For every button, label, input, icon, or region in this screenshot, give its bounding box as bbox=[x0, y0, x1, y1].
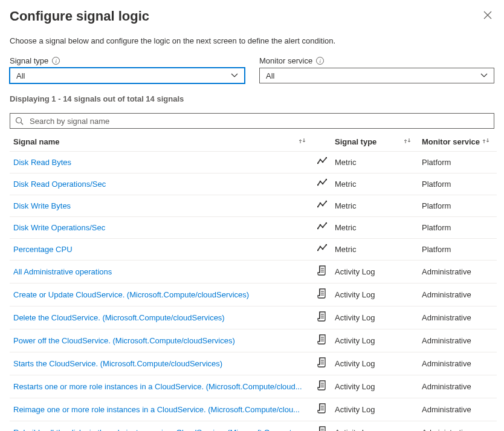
svg-point-8 bbox=[322, 183, 324, 185]
svg-point-15 bbox=[320, 224, 321, 226]
metric-icon bbox=[317, 200, 327, 210]
col-signal-type-sort[interactable] bbox=[400, 132, 418, 152]
activity-log-icon bbox=[317, 265, 327, 276]
monitor-service-cell: Platform bbox=[418, 217, 497, 239]
signal-link[interactable]: Percentage CPU bbox=[13, 245, 73, 254]
monitor-service-cell: Administrative bbox=[418, 284, 497, 306]
table-row: Create or Update CloudService. (Microsof… bbox=[10, 284, 497, 306]
page-title: Configure signal logic bbox=[10, 8, 149, 24]
signal-type-select[interactable]: All bbox=[10, 68, 245, 83]
svg-point-7 bbox=[320, 181, 321, 183]
svg-point-12 bbox=[322, 205, 324, 207]
svg-point-0 bbox=[16, 118, 22, 123]
monitor-service-cell: Administrative bbox=[418, 375, 497, 398]
metric-icon bbox=[317, 222, 327, 232]
svg-point-3 bbox=[320, 159, 321, 161]
metric-icon bbox=[317, 244, 327, 253]
signal-type-value: All bbox=[16, 71, 25, 80]
sort-icon bbox=[404, 137, 411, 144]
monitor-service-label: Monitor service bbox=[259, 56, 312, 65]
activity-log-icon bbox=[317, 311, 327, 322]
monitor-service-select[interactable]: All bbox=[259, 68, 494, 83]
signal-link[interactable]: Starts the CloudService. (Microsoft.Comp… bbox=[13, 359, 222, 368]
metric-icon bbox=[317, 178, 327, 188]
monitor-service-cell: Platform bbox=[418, 195, 497, 217]
search-input[interactable] bbox=[28, 116, 489, 126]
close-button[interactable] bbox=[481, 8, 494, 24]
monitor-service-cell: Platform bbox=[418, 173, 497, 195]
col-signal-name-sort[interactable] bbox=[295, 132, 313, 152]
chevron-down-icon bbox=[231, 73, 238, 78]
col-monitor-service-sort[interactable] bbox=[479, 132, 497, 152]
table-row: All Administrative operationsActivity Lo… bbox=[10, 261, 497, 284]
svg-point-11 bbox=[320, 203, 321, 204]
activity-log-icon bbox=[317, 403, 327, 414]
table-row: Percentage CPUMetricPlatform bbox=[10, 239, 497, 261]
signal-type-cell: Activity Log bbox=[331, 421, 418, 432]
table-row: Disk Write Operations/SecMetricPlatform bbox=[10, 217, 497, 239]
signal-link[interactable]: Disk Write Bytes bbox=[13, 201, 71, 210]
signal-type-cell: Activity Log bbox=[331, 375, 418, 398]
table-row: Starts the CloudService. (Microsoft.Comp… bbox=[10, 352, 497, 375]
sort-icon bbox=[299, 137, 306, 144]
signal-link[interactable]: Restarts one or more role instances in a… bbox=[13, 382, 302, 391]
table-row: Restarts one or more role instances in a… bbox=[10, 375, 497, 398]
info-icon[interactable]: i bbox=[52, 57, 60, 65]
table-row: Disk Read BytesMetricPlatform bbox=[10, 152, 497, 173]
signal-type-cell: Activity Log bbox=[331, 284, 418, 306]
signal-type-cell: Activity Log bbox=[331, 306, 418, 329]
activity-log-icon bbox=[317, 334, 327, 345]
signal-link[interactable]: Reimage one or more role instances in a … bbox=[13, 405, 300, 414]
signal-type-label: Signal type bbox=[10, 56, 48, 65]
search-icon bbox=[15, 117, 24, 125]
signal-type-cell: Activity Log bbox=[331, 261, 418, 284]
activity-log-icon bbox=[317, 357, 327, 368]
table-row: Disk Write BytesMetricPlatform bbox=[10, 195, 497, 217]
signal-type-cell: Metric bbox=[331, 173, 418, 195]
svg-line-1 bbox=[21, 123, 24, 125]
signal-link[interactable]: Rebuilds all the disks in the role insta… bbox=[13, 428, 302, 431]
signal-link[interactable]: Disk Read Bytes bbox=[13, 158, 71, 167]
table-row: Rebuilds all the disks in the role insta… bbox=[10, 421, 497, 432]
signal-type-cell: Metric bbox=[331, 152, 418, 173]
signal-link[interactable]: Disk Write Operations/Sec bbox=[13, 223, 105, 232]
signal-link[interactable]: Create or Update CloudService. (Microsof… bbox=[13, 290, 249, 299]
signal-link[interactable]: Power off the CloudService. (Microsoft.C… bbox=[13, 336, 235, 345]
signal-type-cell: Activity Log bbox=[331, 329, 418, 352]
monitor-service-cell: Administrative bbox=[418, 421, 497, 432]
monitor-service-cell: Administrative bbox=[418, 398, 497, 421]
monitor-service-cell: Administrative bbox=[418, 352, 497, 375]
info-icon[interactable]: i bbox=[316, 57, 324, 65]
activity-log-icon bbox=[317, 288, 327, 299]
monitor-service-cell: Administrative bbox=[418, 329, 497, 352]
svg-point-20 bbox=[322, 248, 324, 250]
col-signal-name[interactable]: Signal name bbox=[10, 132, 295, 152]
signal-link[interactable]: Delete the CloudService. (Microsoft.Comp… bbox=[13, 313, 225, 322]
signal-link[interactable]: Disk Read Operations/Sec bbox=[13, 180, 106, 189]
chevron-down-icon bbox=[480, 73, 488, 78]
monitor-service-cell: Administrative bbox=[418, 306, 497, 329]
monitor-service-cell: Administrative bbox=[418, 261, 497, 284]
signal-link[interactable]: All Administrative operations bbox=[13, 267, 112, 276]
result-count: Displaying 1 - 14 signals out of total 1… bbox=[10, 94, 494, 103]
activity-log-icon bbox=[317, 426, 327, 431]
signal-type-cell: Metric bbox=[331, 239, 418, 261]
svg-point-4 bbox=[322, 161, 324, 163]
monitor-service-value: All bbox=[266, 71, 274, 80]
signals-table: Signal name Signal type Monitor service … bbox=[10, 132, 497, 431]
table-row: Power off the CloudService. (Microsoft.C… bbox=[10, 329, 497, 352]
signal-type-cell: Activity Log bbox=[331, 398, 418, 421]
table-row: Disk Read Operations/SecMetricPlatform bbox=[10, 173, 497, 195]
col-signal-type[interactable]: Signal type bbox=[331, 132, 400, 152]
table-row: Reimage one or more role instances in a … bbox=[10, 398, 497, 421]
svg-point-16 bbox=[322, 227, 324, 228]
col-monitor-service[interactable]: Monitor service bbox=[418, 132, 479, 152]
search-box[interactable] bbox=[10, 113, 494, 129]
sort-icon bbox=[482, 137, 489, 144]
metric-icon bbox=[317, 157, 327, 166]
intro-text: Choose a signal below and configure the … bbox=[10, 36, 494, 45]
signal-type-cell: Activity Log bbox=[331, 352, 418, 375]
activity-log-icon bbox=[317, 380, 327, 391]
signal-type-cell: Metric bbox=[331, 217, 418, 239]
svg-point-19 bbox=[320, 246, 321, 248]
